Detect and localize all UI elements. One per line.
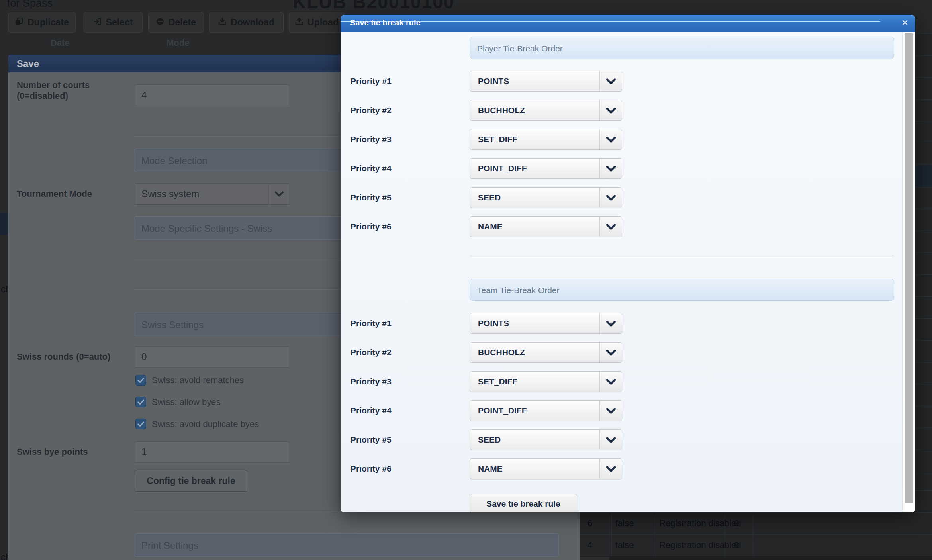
allow-byes-checkbox[interactable] xyxy=(135,397,146,407)
courts-label: Number of courts (0=disabled) xyxy=(17,80,130,101)
courts-input[interactable] xyxy=(134,84,290,106)
chevron-down-icon xyxy=(599,100,622,120)
team-priority-5-select[interactable]: SEED xyxy=(470,429,622,450)
chevron-down-icon xyxy=(599,401,622,421)
priority-label: Priority #1 xyxy=(350,71,392,92)
cell-count: 0 xyxy=(734,518,739,529)
table-row[interactable]: 6 false Registration disabled 0 xyxy=(580,512,932,534)
upload-button[interactable]: Upload xyxy=(289,12,345,33)
chevron-down-icon xyxy=(599,343,622,362)
modal-scrollbar[interactable] xyxy=(902,32,915,512)
priority-label: Priority #4 xyxy=(350,158,392,179)
priority-label: Priority #2 xyxy=(350,342,392,363)
table-row[interactable]: 4 false Registration disabled 0 xyxy=(580,534,932,556)
modal-header: Save tie break rule × xyxy=(341,15,915,32)
priority-row: Priority #6 NAME xyxy=(341,458,903,479)
priority-label: Priority #3 xyxy=(350,129,392,150)
column-header-date[interactable]: Date xyxy=(51,38,70,48)
section-divider xyxy=(470,256,894,256)
priority-value: NAME xyxy=(478,459,503,479)
team-priority-3-select[interactable]: SET_DIFF xyxy=(470,371,622,392)
chevron-down-icon xyxy=(599,459,622,479)
priority-row: Priority #1 POINTS xyxy=(341,313,903,334)
player-priority-5-select[interactable]: SEED xyxy=(470,187,622,208)
close-icon[interactable]: × xyxy=(902,15,908,31)
download-button[interactable]: Download xyxy=(209,12,284,33)
player-priority-4-select[interactable]: POINT_DIFF xyxy=(470,158,622,179)
upload-icon xyxy=(295,17,303,28)
config-tie-break-button[interactable]: Config tie break rule xyxy=(134,470,248,492)
team-priority-2-select[interactable]: BUCHHOLZ xyxy=(470,342,622,363)
duplicate-button[interactable]: Duplicate xyxy=(8,12,76,33)
team-priority-6-select[interactable]: NAME xyxy=(470,458,622,479)
chevron-down-icon xyxy=(599,188,622,208)
priority-row: Priority #4 POINT_DIFF xyxy=(341,158,903,179)
player-priority-2-select[interactable]: BUCHHOLZ xyxy=(470,100,622,121)
upload-button-label: Upload xyxy=(307,17,339,28)
priority-label: Priority #3 xyxy=(350,371,392,392)
select-button-label: Select xyxy=(106,17,133,28)
avoid-rematches-label: Swiss: avoid rematches xyxy=(152,375,244,386)
priority-value: BUCHHOLZ xyxy=(478,343,525,362)
delete-icon xyxy=(156,17,164,28)
cell-status: Registration disabled xyxy=(659,540,741,550)
bye-points-label: Swiss bye points xyxy=(17,441,130,463)
priority-label: Priority #6 xyxy=(350,216,392,237)
priority-value: POINTS xyxy=(478,313,509,333)
bye-points-input[interactable] xyxy=(134,441,290,463)
team-priority-1-select[interactable]: POINTS xyxy=(470,313,622,334)
chevron-down-icon xyxy=(268,184,290,204)
priority-row: Priority #2 BUCHHOLZ xyxy=(341,100,903,121)
chevron-down-icon xyxy=(599,372,622,392)
delete-button[interactable]: Delete xyxy=(148,12,204,33)
select-button[interactable]: Select xyxy=(84,12,143,33)
priority-value: POINT_DIFF xyxy=(478,401,527,421)
cell-courts: 6 xyxy=(587,518,592,529)
cell-status: Registration disabled xyxy=(659,518,741,529)
avoid-duplicate-byes-label: Swiss: avoid duplicate byes xyxy=(152,419,259,429)
tournament-mode-value: Swiss system xyxy=(141,184,199,204)
app-screen: KLUB B20010100 for Spass Duplicate Selec… xyxy=(0,0,932,560)
player-priority-3-select[interactable]: SET_DIFF xyxy=(470,129,622,150)
priority-row: Priority #4 POINT_DIFF xyxy=(341,400,903,421)
priority-value: SET_DIFF xyxy=(478,129,517,149)
swiss-rounds-input[interactable] xyxy=(134,346,290,368)
cell-flag: false xyxy=(615,540,634,550)
delete-button-label: Delete xyxy=(168,17,196,28)
priority-label: Priority #5 xyxy=(350,429,392,450)
cell-flag: false xyxy=(615,518,634,529)
chevron-down-icon xyxy=(599,159,622,178)
priority-label: Priority #2 xyxy=(350,100,392,121)
page-subtitle-fragment: for Spass xyxy=(7,0,53,10)
scrollbar-thumb[interactable] xyxy=(905,33,913,503)
player-priority-6-select[interactable]: NAME xyxy=(470,216,622,237)
tournament-mode-label: Tournament Mode xyxy=(17,183,130,205)
chevron-down-icon xyxy=(599,217,622,237)
priority-label: Priority #1 xyxy=(350,313,392,334)
priority-row: Priority #2 BUCHHOLZ xyxy=(341,342,903,363)
priority-value: POINTS xyxy=(478,71,509,91)
tournament-mode-select[interactable]: Swiss system xyxy=(134,183,290,205)
priority-label: Priority #6 xyxy=(350,458,392,479)
team-tiebreak-header: Team Tie-Break Order xyxy=(470,279,894,301)
allow-byes-label: Swiss: allow byes xyxy=(152,397,220,407)
cell-count: 0 xyxy=(734,540,739,550)
priority-row: Priority #3 SET_DIFF xyxy=(341,129,903,150)
player-priority-1-select[interactable]: POINTS xyxy=(470,71,622,92)
modal-title: Save tie break rule xyxy=(350,15,421,31)
tie-break-modal: Save tie break rule × Player Tie-Break O… xyxy=(341,15,915,512)
save-tie-break-button[interactable]: Save tie break rule xyxy=(470,494,577,512)
swiss-rounds-label: Swiss rounds (0=auto) xyxy=(17,346,130,368)
priority-label: Priority #4 xyxy=(350,400,392,421)
left-edge-row-highlight xyxy=(0,213,8,235)
priority-value: POINT_DIFF xyxy=(478,159,527,178)
duplicate-button-label: Duplicate xyxy=(27,17,69,28)
team-priority-4-select[interactable]: POINT_DIFF xyxy=(470,400,622,421)
priority-row: Priority #3 SET_DIFF xyxy=(341,371,903,392)
download-button-label: Download xyxy=(231,17,274,28)
avoid-duplicate-byes-checkbox[interactable] xyxy=(135,419,146,429)
avoid-rematches-checkbox[interactable] xyxy=(135,375,146,386)
select-icon xyxy=(94,17,102,28)
chevron-down-icon xyxy=(599,430,622,450)
column-header-mode[interactable]: Mode xyxy=(166,38,189,48)
